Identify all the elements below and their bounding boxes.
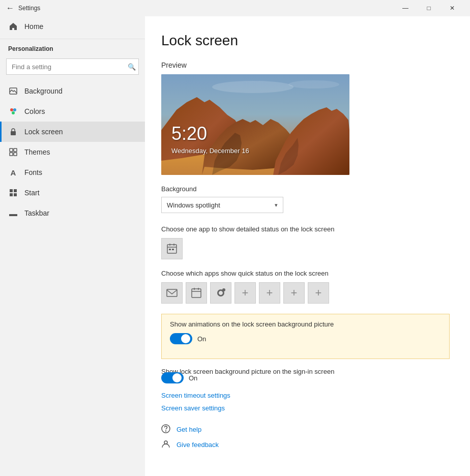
svg-rect-5 (10, 148, 13, 152)
calendar-icon (166, 243, 178, 254)
colors-icon (8, 106, 18, 116)
minimize-button[interactable]: — (394, 0, 417, 16)
close-button[interactable]: ✕ (440, 0, 464, 16)
quick-status-section: Choose which apps show quick status on t… (161, 270, 450, 304)
calendar-quick-icon[interactable] (186, 282, 207, 304)
sidebar-item-fonts[interactable]: A Fonts (0, 162, 145, 183)
sidebar-item-label-home: Home (24, 22, 43, 31)
svg-rect-10 (14, 189, 17, 192)
svg-rect-4 (11, 131, 16, 135)
screen-saver-link[interactable]: Screen saver settings (161, 404, 450, 412)
svg-rect-9 (10, 189, 13, 192)
screen-timeout-link[interactable]: Screen timeout settings (161, 392, 450, 399)
search-container: 🔍 (6, 58, 139, 75)
get-help-link[interactable]: Get help (177, 426, 201, 433)
give-feedback-item[interactable]: Give feedback (161, 439, 450, 450)
sign-in-toggle-thumb (172, 373, 182, 382)
question-icon (161, 424, 170, 433)
svg-point-16 (288, 80, 339, 88)
background-icon (8, 86, 18, 96)
dropdown-selected-value: Windows spotlight (167, 201, 220, 209)
detailed-status-section: Choose one app to show detailed status o… (161, 225, 450, 259)
quick-status-icons: + + + + (161, 282, 450, 304)
mail-icon (166, 289, 178, 297)
sidebar-item-home[interactable]: Home (0, 16, 145, 37)
sidebar-item-colors[interactable]: Colors (0, 101, 145, 122)
svg-rect-6 (14, 148, 17, 152)
svg-rect-27 (192, 289, 201, 298)
themes-icon (8, 147, 18, 157)
lock-screen-icon (8, 127, 18, 137)
animations-section: Show animations on the lock screen backg… (161, 314, 450, 359)
svg-point-1 (10, 108, 13, 111)
svg-rect-8 (14, 153, 17, 156)
calendar-quick-svg (191, 287, 202, 299)
svg-rect-12 (14, 193, 17, 196)
lock-date-display: Wednesday, December 16 (171, 147, 249, 155)
back-icon: ← (6, 4, 14, 13)
preview-section: Preview (161, 61, 450, 175)
skype-icon (215, 287, 226, 299)
svg-rect-25 (172, 249, 174, 250)
help-section: Get help Give feedback (161, 424, 450, 450)
start-icon (8, 188, 18, 198)
home-icon (8, 21, 18, 32)
sidebar-item-start[interactable]: Start (0, 183, 145, 203)
sidebar-item-lock-screen[interactable]: Lock screen (0, 122, 145, 142)
quick-status-label: Choose which apps show quick status on t… (161, 270, 450, 277)
sidebar: Home Personalization 🔍 Background (0, 16, 145, 476)
animations-toggle-thumb (181, 334, 190, 343)
add-app-icon-1[interactable]: + (234, 282, 256, 304)
lock-screen-preview: 5:20 Wednesday, December 16 (161, 74, 349, 175)
background-section-label: Background (161, 185, 450, 193)
search-input[interactable] (6, 58, 139, 75)
sidebar-item-label-lock-screen: Lock screen (24, 128, 63, 136)
sidebar-item-label-colors: Colors (24, 107, 45, 115)
sidebar-item-label-background: Background (24, 87, 63, 95)
get-help-icon (161, 424, 171, 434)
sidebar-item-label-fonts: Fonts (24, 168, 42, 176)
preview-label: Preview (161, 61, 450, 69)
sign-in-label: Show lock screen background picture on t… (161, 368, 334, 375)
chevron-down-icon: ▾ (275, 202, 278, 209)
svg-point-15 (212, 81, 293, 93)
sidebar-item-themes[interactable]: Themes (0, 142, 145, 162)
window-controls: — □ ✕ (394, 0, 464, 16)
get-help-item[interactable]: Get help (161, 424, 450, 434)
animations-toggle-label: On (197, 335, 206, 343)
maximize-button[interactable]: □ (417, 0, 440, 16)
animations-toggle[interactable] (170, 333, 192, 344)
page-title: Lock screen (161, 33, 450, 49)
svg-point-3 (12, 111, 15, 114)
svg-point-28 (222, 288, 225, 291)
sign-in-toggle[interactable] (161, 372, 184, 383)
add-app-icon-3[interactable]: + (283, 282, 305, 304)
svg-rect-26 (167, 289, 177, 296)
sidebar-heading: Personalization (0, 41, 145, 55)
skype-app-icon[interactable] (210, 282, 231, 304)
svg-point-31 (164, 441, 167, 444)
content-area: Lock screen Preview (145, 16, 470, 476)
sidebar-item-taskbar[interactable]: Taskbar (0, 203, 145, 223)
mail-app-icon[interactable] (161, 282, 183, 304)
lock-time-display: 5:20 (171, 123, 207, 144)
detailed-status-label: Choose one app to show detailed status o… (161, 225, 450, 233)
add-app-icon-4[interactable]: + (308, 282, 329, 304)
give-feedback-link[interactable]: Give feedback (177, 441, 219, 449)
sidebar-item-background[interactable]: Background (0, 81, 145, 101)
taskbar-icon (8, 208, 18, 218)
animations-toggle-row: On (170, 333, 441, 344)
background-dropdown[interactable]: Windows spotlight ▾ (161, 197, 283, 213)
calendar-app-icon[interactable] (161, 238, 183, 259)
app-title: Settings (18, 5, 394, 12)
svg-point-30 (166, 431, 166, 431)
sidebar-item-label-taskbar: Taskbar (24, 209, 49, 217)
search-button[interactable]: 🔍 (128, 63, 136, 71)
detailed-status-icons (161, 238, 450, 259)
sidebar-item-label-themes: Themes (24, 148, 50, 156)
fonts-icon: A (8, 167, 18, 177)
sidebar-item-label-start: Start (24, 189, 40, 197)
svg-point-2 (13, 108, 16, 111)
add-app-icon-2[interactable]: + (259, 282, 280, 304)
svg-rect-11 (10, 193, 13, 196)
